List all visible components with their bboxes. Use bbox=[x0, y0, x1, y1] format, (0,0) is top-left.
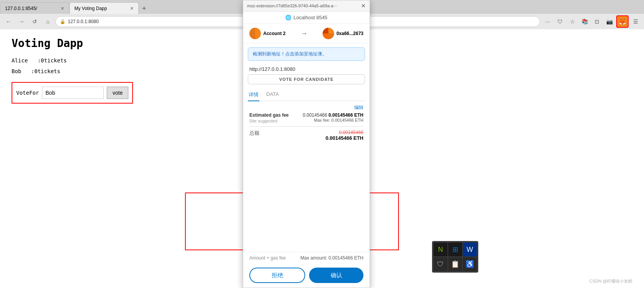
gas-fee-row: Estimated gas fee Site suggested 0.00145… bbox=[249, 112, 363, 123]
edit-label: 编辑 bbox=[354, 104, 363, 111]
taskbar-icon-nvidia[interactable]: N bbox=[434, 243, 447, 256]
tab-data-label: DATA bbox=[266, 91, 279, 97]
popup-close-button[interactable]: ✕ bbox=[361, 3, 366, 9]
to-avatar bbox=[323, 28, 334, 39]
total-values: 0.00145466 0.00145466 ETH bbox=[326, 130, 363, 141]
total-bold: 0.00145466 ETH bbox=[326, 135, 363, 141]
max-amount-label: Max amount: 0.00145466 ETH bbox=[301, 255, 363, 261]
action-buttons: 拒绝 确认 bbox=[243, 268, 370, 288]
page-title: Voting Dapp bbox=[12, 37, 231, 50]
taskbar-icon-access[interactable]: ♿ bbox=[463, 257, 477, 271]
lock-icon: 🔒 bbox=[60, 19, 66, 24]
address-text: 127.0.0.1:8080 bbox=[68, 19, 99, 24]
divider bbox=[249, 126, 363, 127]
tab-2-label: My Voting Dapp bbox=[74, 6, 107, 11]
popup-url: moz-extension://7d65e326-9740-44a5-a69a-… bbox=[247, 3, 337, 8]
camera-button[interactable]: 📷 bbox=[604, 16, 615, 27]
accounts-row: Account 2 → 0xa66...2673 bbox=[243, 24, 370, 44]
reject-button[interactable]: 拒绝 bbox=[249, 268, 305, 283]
transfer-arrow-icon: → bbox=[301, 30, 308, 38]
alert-text: 检测到新地址！点击添加至地址薄。 bbox=[253, 51, 327, 57]
tab-1[interactable]: 127.0.0.1:8545/ ✕ bbox=[0, 2, 69, 14]
popup-bottom-section: Amount + gas fee Max amount: 0.00145466 … bbox=[243, 252, 370, 268]
browser-actions: ··· 🛡 ☆ 📚 ⊡ 📷 🦊 ☰ bbox=[542, 15, 641, 28]
vote-input[interactable] bbox=[42, 87, 104, 99]
vote-for-label: VoteFor bbox=[16, 90, 39, 96]
edit-link[interactable]: 编辑 bbox=[249, 104, 363, 111]
metamask-popup: moz-extension://7d65e326-9740-44a5-a69a-… bbox=[243, 0, 370, 288]
more-button[interactable]: ··· bbox=[542, 16, 553, 27]
from-account-label: Account 2 bbox=[263, 31, 286, 36]
bookmarks-button[interactable]: 📚 bbox=[579, 16, 590, 27]
taskbar-icon-w[interactable]: W bbox=[463, 243, 477, 256]
method-box: VOTE FOR CANDIDATE bbox=[248, 74, 365, 84]
gas-fee-eth-bold-val: 0.00145466 ETH bbox=[328, 112, 363, 118]
globe-icon: 🌐 bbox=[285, 15, 291, 20]
tab-2-close[interactable]: ✕ bbox=[130, 6, 134, 11]
new-tab-button[interactable]: + bbox=[139, 3, 150, 14]
taskbar-icon-copy[interactable]: 📋 bbox=[448, 257, 462, 271]
amount-gas-row: Amount + gas fee Max amount: 0.00145466 … bbox=[249, 255, 363, 261]
bob-name: Bob :0tickets bbox=[12, 68, 60, 74]
confirm-button[interactable]: 确认 bbox=[309, 268, 363, 283]
site-url-label: http://127.0.0.1:8080 bbox=[243, 65, 370, 73]
back-button[interactable]: ← bbox=[3, 16, 14, 27]
gas-fee-label-group: Estimated gas fee Site suggested bbox=[249, 112, 289, 123]
total-row: 总额 0.00145466 0.00145466 ETH bbox=[249, 130, 363, 141]
forward-button[interactable]: → bbox=[16, 16, 27, 27]
popup-tabs: 详情 DATA bbox=[248, 89, 365, 101]
page-content: Voting Dapp Alice :0tickets Bob :0ticket… bbox=[0, 29, 243, 288]
bob-row: Bob :0tickets bbox=[12, 68, 231, 74]
total-label: 总额 bbox=[249, 130, 259, 137]
host-label: Localhost 8545 bbox=[293, 15, 327, 20]
from-avatar bbox=[249, 28, 261, 39]
popup-titlebar: moz-extension://7d65e326-9740-44a5-a69a-… bbox=[243, 0, 370, 12]
home-button[interactable]: ⌂ bbox=[42, 16, 53, 27]
tab-details[interactable]: 详情 bbox=[248, 89, 259, 101]
metamask-extension-button[interactable]: 🦊 bbox=[616, 15, 629, 28]
popup-details: 编辑 Estimated gas fee Site suggested 0.00… bbox=[243, 101, 370, 252]
vote-button[interactable]: vote bbox=[107, 87, 128, 99]
csdn-watermark: CSDN @柠檬味小发糕 bbox=[590, 278, 632, 284]
tab-details-label: 详情 bbox=[249, 92, 259, 97]
max-fee-label: Max fee: bbox=[314, 118, 330, 122]
bookmark-button[interactable]: ☆ bbox=[567, 16, 578, 27]
tab-2[interactable]: My Voting Dapp ✕ bbox=[69, 2, 139, 14]
gas-fee-values: 0.00145466 0.00145466 ETH Max fee: 0.001… bbox=[303, 112, 363, 122]
gas-fee-value-row: 0.00145466 0.00145466 ETH bbox=[303, 112, 363, 118]
split-view-button[interactable]: ⊡ bbox=[592, 16, 602, 27]
tab-data[interactable]: DATA bbox=[266, 89, 280, 100]
gas-fee-eth: 0.00145466 bbox=[303, 112, 327, 118]
taskbar-icon-shield[interactable]: 🛡 bbox=[434, 257, 447, 271]
alice-row: Alice :0tickets bbox=[12, 57, 231, 64]
right-browser-area bbox=[370, 29, 644, 288]
menu-button[interactable]: ☰ bbox=[630, 16, 641, 27]
tab-1-close[interactable]: ✕ bbox=[61, 6, 64, 11]
taskbar-icons: N ⊞ W 🛡 📋 ♿ bbox=[432, 241, 478, 273]
gas-fee-label: Estimated gas fee bbox=[249, 112, 289, 118]
address-alert[interactable]: 检测到新地址！点击添加至地址薄。 bbox=[248, 47, 365, 61]
to-account: 0xa66...2673 bbox=[323, 28, 363, 39]
site-suggested-label: Site suggested bbox=[249, 119, 289, 123]
popup-host-bar: 🌐 Localhost 8545 bbox=[243, 12, 370, 24]
max-fee-row: Max fee: 0.00145466 ETH bbox=[303, 118, 363, 122]
reload-button[interactable]: ↺ bbox=[29, 16, 40, 27]
max-fee-value: 0.00145466 ETH bbox=[331, 118, 363, 122]
taskbar-icon-windows[interactable]: ⊞ bbox=[448, 243, 462, 256]
tab-1-label: 127.0.0.1:8545/ bbox=[5, 6, 37, 11]
to-account-label: 0xa66...2673 bbox=[336, 31, 363, 36]
amount-gas-label: Amount + gas fee bbox=[249, 255, 286, 261]
pocket-button[interactable]: 🛡 bbox=[555, 16, 565, 27]
from-account: Account 2 bbox=[249, 28, 286, 39]
alice-name: Alice :0tickets bbox=[12, 57, 67, 64]
total-strikethrough: 0.00145466 bbox=[326, 130, 363, 135]
